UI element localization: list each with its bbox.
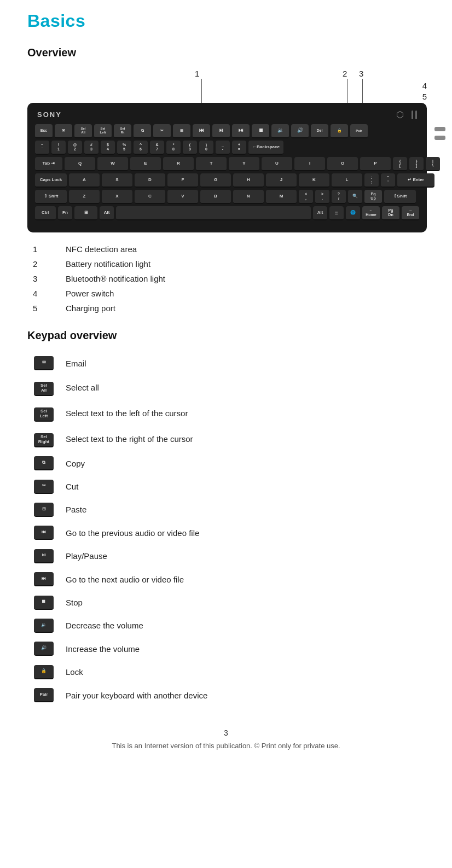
keypad-icon-cell: 🔉 <box>27 614 66 637</box>
key-1: !1 <box>51 141 66 155</box>
keypad-icon-cell: 🔒 <box>27 660 66 683</box>
keyboard-top-bar: SONY ⬡ <box>35 109 419 120</box>
key-alt-right: Alt <box>313 206 327 220</box>
keypad-icon-cell: ✉ <box>27 352 66 375</box>
key-f: F <box>167 173 198 188</box>
callout-3-line <box>362 79 363 103</box>
overview-desc-4: Power switch <box>66 289 114 298</box>
keypad-icon-cell: ⏯ <box>27 544 66 567</box>
key-copy: ⧉ <box>134 124 151 138</box>
keypad-key-icon: Sel Left <box>34 407 54 422</box>
keypad-row: ⏹Stop <box>27 591 425 614</box>
key-backslash: |\ <box>426 157 440 171</box>
keypad-desc: Email <box>66 352 425 375</box>
key-shift-right: ⇧Shift <box>384 190 416 204</box>
led-lights <box>412 110 417 119</box>
keypad-key-icon: 🔒 <box>34 665 54 679</box>
keypad-icon-cell: ⊞ <box>27 498 66 521</box>
keypad-icon-cell: Sel Right <box>27 426 66 452</box>
overview-item-1: 1 NFC detection area <box>33 244 425 254</box>
keypad-row: 🔉Decrease the volume <box>27 614 425 637</box>
key-space <box>116 206 311 220</box>
key-b: B <box>200 190 231 204</box>
keypad-icon-cell: 🔊 <box>27 637 66 660</box>
key-p: P <box>360 157 391 171</box>
key-cut: ✂ <box>153 124 171 138</box>
key-vol-up: 🔊 <box>291 124 309 138</box>
key-i: I <box>294 157 325 171</box>
keypad-row: Sel RightSelect text to the right of the… <box>27 426 425 452</box>
keypad-desc: Go to the next audio or video file <box>66 568 425 591</box>
callout-area: 1 2 3 4 5 <box>27 69 427 103</box>
keypad-row: ⏯Play/Pause <box>27 544 425 567</box>
key-enter: ↵ Enter <box>397 173 434 188</box>
keypad-desc: Pair your keyboard with another device <box>66 684 425 707</box>
keypad-desc: Select all <box>66 375 425 400</box>
key-plus: += <box>232 141 246 155</box>
key-2: @2 <box>68 141 82 155</box>
keypad-desc: Select text to the right of the cursor <box>66 426 425 452</box>
key-sel-right: SelRt <box>114 124 131 138</box>
key-h: H <box>233 173 264 188</box>
key-menu: ≡ <box>329 206 344 220</box>
led-1 <box>412 110 413 119</box>
keyboard-body: SONY ⬡ Esc ✉ SelAll SelLeft SelR <box>27 103 427 232</box>
key-prev: ⏮ <box>193 124 210 138</box>
key-pair: Pair <box>350 124 368 138</box>
overview-desc-2: Battery notification light <box>66 259 150 269</box>
key-q: Q <box>65 157 95 171</box>
keypad-desc: Play/Pause <box>66 544 425 567</box>
key-6: ^6 <box>134 141 148 155</box>
key-pgdn: PgDn <box>382 206 399 220</box>
keypad-desc: Go to the previous audio or video file <box>66 521 425 544</box>
key-globe: 🌐 <box>346 206 360 220</box>
callout-2-label: 2 <box>343 69 347 78</box>
page-title: Basics <box>27 11 425 31</box>
key-u: U <box>262 157 292 171</box>
keypad-icon-cell: ⏮ <box>27 521 66 544</box>
overview-num-4: 4 <box>33 289 66 298</box>
keypad-desc: Lock <box>66 660 425 683</box>
key-j: J <box>266 173 297 188</box>
overview-desc-1: NFC detection area <box>66 244 137 254</box>
key-d: D <box>135 173 165 188</box>
key-home: ←Home <box>362 206 380 220</box>
key-w: W <box>97 157 128 171</box>
keypad-row: ⏮Go to the previous audio or video file <box>27 521 425 544</box>
keypad-key-icon: ⏮ <box>34 526 54 540</box>
keypad-row: ⊞Paste <box>27 498 425 521</box>
keypad-desc: Select text to the left of the cursor <box>66 400 425 426</box>
overview-heading: Overview <box>27 46 425 59</box>
keypad-row: Sel LeftSelect text to the left of the c… <box>27 400 425 426</box>
number-row: ~` !1 @2 #3 $4 %5 ^6 &7 *8 (9 )0 _- += ←… <box>35 141 419 155</box>
key-4: $4 <box>101 141 115 155</box>
keypad-key-icon: ⏹ <box>34 596 54 610</box>
zxcv-row: ⇧ Shift Z X C V B N M <, >. ?/ 🔍 PgUp ⇧S… <box>35 190 419 204</box>
key-semi: :; <box>364 173 379 188</box>
key-lock: 🔒 <box>331 124 348 138</box>
keypad-row: Sel AllSelect all <box>27 375 425 400</box>
keypad-icon-cell: Sel All <box>27 375 66 400</box>
keyboard-body-wrapper: SONY ⬡ Esc ✉ SelAll SelLeft SelR <box>27 103 427 232</box>
keypad-key-icon: ⧉ <box>34 456 54 470</box>
key-8: *8 <box>166 141 181 155</box>
overview-list: 1 NFC detection area 2 Battery notificat… <box>33 244 425 313</box>
keypad-row: ⏭Go to the next audio or video file <box>27 568 425 591</box>
keypad-desc: Paste <box>66 498 425 521</box>
top-icons: ⬡ <box>396 109 417 120</box>
keypad-row: ⧉Copy <box>27 452 425 475</box>
key-3: #3 <box>84 141 98 155</box>
overview-item-4: 4 Power switch <box>33 289 425 298</box>
keypad-key-icon: ⏯ <box>34 549 54 563</box>
keypad-desc: Decrease the volume <box>66 614 425 637</box>
key-rbracket: }] <box>409 157 424 171</box>
key-0: )0 <box>199 141 213 155</box>
key-stop: ⏹ <box>252 124 269 138</box>
overview-item-2: 2 Battery notification light <box>33 259 425 269</box>
keypad-key-icon: 🔉 <box>34 619 54 633</box>
key-tab: Tab ⇥ <box>35 157 62 171</box>
key-l: L <box>332 173 362 188</box>
keypad-key-icon: ⊞ <box>34 503 54 517</box>
overview-item-3: 3 Bluetooth® notification light <box>33 274 425 283</box>
overview-desc-5: Charging port <box>66 304 115 313</box>
